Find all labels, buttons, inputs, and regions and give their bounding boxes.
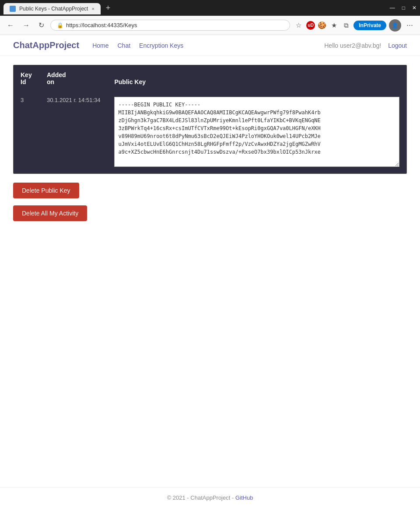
keys-table-container: Key Id Added on Public Key 3 30.1.2021 г… bbox=[13, 65, 407, 174]
delete-all-activity-button[interactable]: Delete All My Activity bbox=[13, 205, 87, 221]
navbar: ChatAppProject Home Chat Encryption Keys… bbox=[0, 35, 420, 56]
page-content: ChatAppProject Home Chat Encryption Keys… bbox=[0, 35, 420, 487]
logout-link[interactable]: Logout bbox=[388, 42, 407, 49]
table-row: 3 30.1.2021 г. 14:51:34 -----BEGIN PUBLI… bbox=[14, 92, 406, 173]
star-icon[interactable]: ★ bbox=[329, 20, 339, 31]
buttons-area: Delete Public Key Delete All My Activity bbox=[13, 183, 407, 221]
navbar-links: Home Chat Encryption Keys bbox=[92, 42, 183, 49]
keys-table: Key Id Added on Public Key 3 30.1.2021 г… bbox=[14, 65, 406, 173]
tab-bar: Public Keys - ChatAppProject × + bbox=[4, 2, 114, 14]
address-bar: ← → ↻ 🔒 https://localhost:44335/Keys ☆ u… bbox=[0, 16, 420, 35]
nav-chat[interactable]: Chat bbox=[117, 42, 130, 49]
table-body: 3 30.1.2021 г. 14:51:34 -----BEGIN PUBLI… bbox=[14, 92, 406, 173]
key-id-cell: 3 bbox=[14, 92, 40, 173]
close-button[interactable]: ✕ bbox=[412, 5, 416, 11]
address-bar-icons: ☆ uD 🍪 ★ ⧉ InPrivate 👤 ··· bbox=[294, 19, 416, 32]
share-icon[interactable]: ⧉ bbox=[342, 20, 351, 31]
col-key-id: Key Id bbox=[14, 65, 40, 92]
delete-public-key-button[interactable]: Delete Public Key bbox=[13, 183, 79, 198]
window-controls: — □ ✕ bbox=[390, 5, 416, 11]
tab-favicon bbox=[10, 6, 16, 12]
nav-home[interactable]: Home bbox=[92, 42, 108, 49]
cookie-icon[interactable]: 🍪 bbox=[318, 21, 326, 29]
url-bar[interactable]: 🔒 https://localhost:44335/Keys bbox=[50, 20, 290, 31]
navbar-brand[interactable]: ChatAppProject bbox=[13, 40, 79, 50]
new-tab-button[interactable]: + bbox=[102, 2, 114, 14]
public-key-textarea[interactable]: -----BEGIN PUBLIC KEY----- MIIBIjANBgkqh… bbox=[114, 97, 399, 167]
forward-button[interactable]: → bbox=[20, 20, 32, 31]
back-button[interactable]: ← bbox=[4, 20, 17, 31]
col-public-key: Public Key bbox=[107, 65, 406, 92]
added-on-cell: 30.1.2021 г. 14:51:34 bbox=[40, 92, 107, 173]
refresh-button[interactable]: ↻ bbox=[36, 19, 47, 31]
public-key-cell: -----BEGIN PUBLIC KEY----- MIIBIjANBgkqh… bbox=[107, 92, 406, 173]
tab-title: Public Keys - ChatAppProject bbox=[19, 6, 88, 12]
profile-avatar[interactable]: 👤 bbox=[389, 19, 401, 32]
inprivate-button[interactable]: InPrivate bbox=[354, 21, 386, 30]
url-text: https://localhost:44335/Keys bbox=[66, 22, 284, 28]
extension-badge[interactable]: uD bbox=[306, 21, 315, 30]
minimize-button[interactable]: — bbox=[390, 5, 395, 11]
footer-text: © 2021 - ChatAppProject - bbox=[167, 494, 235, 501]
table-header: Key Id Added on Public Key bbox=[14, 65, 406, 92]
tab-close-button[interactable]: × bbox=[91, 6, 94, 11]
hello-text: Hello user2@abv.bg! bbox=[324, 42, 381, 49]
lock-icon: 🔒 bbox=[57, 22, 63, 28]
col-added-on: Added on bbox=[40, 65, 107, 92]
nav-encryption-keys[interactable]: Encryption Keys bbox=[139, 42, 183, 49]
page-footer: © 2021 - ChatAppProject - GitHub bbox=[0, 487, 420, 508]
github-link[interactable]: GitHub bbox=[235, 494, 253, 501]
active-tab[interactable]: Public Keys - ChatAppProject × bbox=[4, 3, 101, 14]
key-box-wrapper: -----BEGIN PUBLIC KEY----- MIIBIjANBgkqh… bbox=[114, 97, 399, 168]
maximize-button[interactable]: □ bbox=[402, 5, 405, 11]
navbar-right: Hello user2@abv.bg! Logout bbox=[324, 42, 407, 49]
more-options-button[interactable]: ··· bbox=[404, 20, 416, 31]
favorites-icon[interactable]: ☆ bbox=[294, 20, 304, 31]
browser-titlebar: Public Keys - ChatAppProject × + — □ ✕ bbox=[0, 0, 420, 16]
